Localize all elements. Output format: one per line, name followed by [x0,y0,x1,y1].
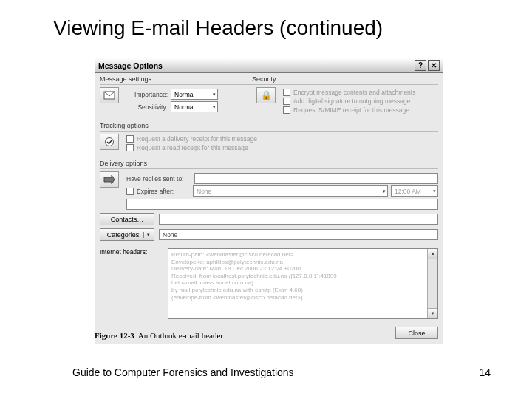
footer-text: Guide to Computer Forensics and Investig… [72,366,294,378]
lock-icon [256,87,276,103]
expires-date-select[interactable]: None ▾ [193,185,388,197]
envelope-icon [100,87,119,103]
sensitivity-select[interactable]: Normal ▾ [171,101,218,112]
replies-label: Have replies sent to: [126,175,191,183]
titlebar: Message Options ? ✕ [95,58,443,73]
arrow-icon [100,171,119,188]
slide-title: Viewing E-mail Headers (continued) [53,16,383,40]
contacts-field[interactable] [159,214,438,225]
svg-point-1 [106,138,114,146]
message-options-dialog: Message Options ? ✕ Message settings Sec… [95,58,443,344]
page-number: 14 [479,366,491,378]
window-close-button[interactable]: ✕ [428,60,440,71]
chevron-down-icon: ▾ [147,232,150,238]
chevron-down-icon: ▾ [383,188,386,194]
scroll-down-button[interactable]: ▾ [428,308,437,318]
categories-field[interactable]: None [159,229,438,240]
help-button[interactable]: ? [415,60,426,71]
sensitivity-label: Sensitivity: [126,103,168,111]
section-delivery: Delivery options [100,160,438,168]
sign-checkbox[interactable] [283,98,290,105]
chevron-down-icon: ▾ [213,92,216,98]
dialog-title: Message Options [98,61,163,70]
delivery-receipt-checkbox[interactable] [126,135,134,143]
figure-caption: Figure 12-3 An Outlook e-mail header [95,331,223,340]
expires-label: Expires after: [137,188,190,195]
chevron-down-icon: ▾ [213,104,216,110]
section-security: Security [252,75,438,84]
delivery-text-field-1[interactable] [126,199,438,210]
importance-label: Importance: [126,91,168,98]
internet-headers-textarea[interactable]: Return-path: <webmaster@cisco.netacad.ne… [168,248,438,319]
contacts-button[interactable]: Contacts… [100,213,154,225]
scroll-up-button[interactable]: ▴ [428,249,437,259]
expires-time-select[interactable]: 12:00 AM ▾ [391,185,438,197]
svg-marker-2 [104,175,115,184]
categories-button[interactable]: Categories ▾ [100,228,154,241]
scrollbar[interactable]: ▴ ▾ [427,249,437,318]
section-message-settings: Message settings [100,75,252,84]
section-tracking: Tracking options [100,122,438,131]
chevron-down-icon: ▾ [433,188,436,194]
checkmark-icon [100,134,119,150]
replies-field[interactable] [194,173,438,184]
importance-select[interactable]: Normal ▾ [171,89,218,100]
smime-checkbox[interactable] [283,106,290,114]
read-receipt-checkbox[interactable] [126,144,134,151]
expires-checkbox[interactable] [126,188,134,195]
close-button[interactable]: Close [395,327,438,339]
encrypt-checkbox[interactable] [283,89,290,96]
internet-headers-label: Internet headers: [100,248,163,319]
